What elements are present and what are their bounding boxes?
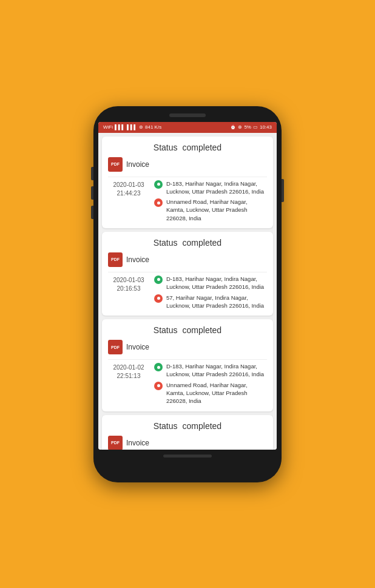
signal-bars: ▌▌▌ — [115, 124, 125, 130]
dropoff-dot-3 — [154, 382, 163, 390]
battery-level: 5% — [244, 124, 251, 130]
pickup-dot-2 — [154, 275, 163, 284]
ride-card-4[interactable]: Status completed PDF Invoice — [102, 415, 273, 450]
card-3-location-dropoff: Unnamed Road, Harihar Nagar, Kamta, Luck… — [154, 381, 267, 405]
card-3-invoice-row[interactable]: PDF Invoice — [108, 340, 267, 354]
card-3-status-label: Status — [154, 325, 178, 335]
phone-frame: WiFi ▌▌▌ ▌▌▌ ⊛ 841 K/s ⏰ ⊕ 5% ▭ 10:43 St… — [93, 106, 282, 482]
pickup-dot-3 — [154, 363, 163, 371]
wifi-icon: ⊛ — [139, 124, 143, 130]
card-3-dropoff-text: Unnamed Road, Harihar Nagar, Kamta, Luck… — [166, 381, 267, 405]
card-2-body: 2020-01-0320:16:53 D-183, Harihar Nagar,… — [108, 275, 267, 309]
card-2-status-value: completed — [183, 238, 222, 248]
card-1-body: 2020-01-0321:44:23 D-183, Harihar Nagar,… — [108, 180, 267, 222]
status-bar-right: ⏰ ⊕ 5% ▭ 10:43 — [230, 124, 272, 130]
card-3-invoice-label: Invoice — [126, 343, 149, 351]
card-3-pickup-text: D-183, Harihar Nagar, Indira Nagar, Luck… — [166, 362, 267, 379]
card-3-header: Status completed — [108, 325, 267, 335]
pdf-icon-3: PDF — [108, 340, 123, 354]
card-1-locations: D-183, Harihar Nagar, Indira Nagar, Luck… — [154, 180, 267, 222]
card-2-dropoff-text: 57, Harihar Nagar, Indira Nagar, Lucknow… — [166, 294, 267, 310]
card-2-header: Status completed — [108, 238, 267, 248]
network-icon: WiFi — [103, 124, 113, 130]
pdf-icon-1: PDF — [108, 157, 123, 172]
card-1-location-dropoff: Unnamed Road, Harihar Nagar, Kamta, Luck… — [154, 198, 267, 222]
power-button — [282, 179, 284, 202]
card-3-datetime: 2020-01-0222:51:13 — [108, 362, 149, 405]
ride-card-1[interactable]: Status completed PDF Invoice 2020-01-032… — [102, 137, 273, 228]
card-2-datetime: 2020-01-0320:16:53 — [108, 275, 149, 309]
card-2-location-pickup: D-183, Harihar Nagar, Indira Nagar, Luck… — [154, 275, 267, 291]
card-1-divider — [108, 177, 267, 177]
card-4-status-value: completed — [183, 421, 222, 431]
pickup-dot-1 — [154, 180, 163, 189]
pdf-icon-2: PDF — [108, 252, 123, 267]
card-1-dropoff-text: Unnamed Road, Harihar Nagar, Kamta, Luck… — [166, 198, 267, 222]
card-1-datetime: 2020-01-0321:44:23 — [108, 180, 149, 222]
card-1-invoice-label: Invoice — [126, 160, 149, 169]
card-1-location-pickup: D-183, Harihar Nagar, Indira Nagar, Luck… — [154, 180, 267, 196]
card-3-locations: D-183, Harihar Nagar, Indira Nagar, Luck… — [154, 362, 267, 405]
home-bar[interactable] — [163, 455, 212, 458]
card-1-pickup-text: D-183, Harihar Nagar, Indira Nagar, Luck… — [166, 180, 267, 196]
card-3-body: 2020-01-0222:51:13 D-183, Harihar Nagar,… — [108, 362, 267, 405]
card-4-status-label: Status — [154, 421, 178, 431]
card-2-location-dropoff: 57, Harihar Nagar, Indira Nagar, Lucknow… — [154, 294, 267, 310]
pdf-icon-4: PDF — [108, 436, 123, 450]
dropoff-dot-1 — [154, 198, 163, 207]
card-2-locations: D-183, Harihar Nagar, Indira Nagar, Luck… — [154, 275, 267, 309]
card-2-invoice-row[interactable]: PDF Invoice — [108, 252, 267, 267]
card-1-status-label: Status — [154, 143, 178, 152]
dropoff-dot-2 — [154, 294, 163, 303]
card-3-divider — [108, 359, 267, 360]
location-icon: ⊕ — [238, 124, 242, 130]
status-bar: WiFi ▌▌▌ ▌▌▌ ⊛ 841 K/s ⏰ ⊕ 5% ▭ 10:43 — [98, 122, 277, 133]
speaker — [169, 113, 206, 117]
card-2-pickup-text: D-183, Harihar Nagar, Indira Nagar, Luck… — [166, 275, 267, 291]
card-4-header: Status completed — [108, 421, 267, 431]
ride-card-2[interactable]: Status completed PDF Invoice 2020-01-032… — [102, 232, 273, 316]
card-2-divider — [108, 272, 267, 272]
card-1-status-value: completed — [183, 143, 222, 152]
alarm-icon: ⏰ — [230, 124, 236, 130]
phone-screen: WiFi ▌▌▌ ▌▌▌ ⊛ 841 K/s ⏰ ⊕ 5% ▭ 10:43 St… — [98, 122, 277, 450]
screen-content[interactable]: Status completed PDF Invoice 2020-01-032… — [98, 133, 277, 450]
battery-icon: ▭ — [253, 124, 258, 130]
time-display: 10:43 — [260, 124, 272, 130]
card-4-invoice-label: Invoice — [126, 439, 149, 447]
volume-buttons — [91, 167, 93, 219]
card-1-invoice-row[interactable]: PDF Invoice — [108, 157, 267, 172]
signal-bars-2: ▌▌▌ — [127, 124, 137, 130]
card-3-status-value: completed — [183, 325, 222, 335]
ride-card-3[interactable]: Status completed PDF Invoice 2020-01-022… — [102, 319, 273, 411]
speed-indicator: 841 K/s — [145, 124, 161, 130]
card-2-status-label: Status — [154, 238, 178, 248]
card-3-location-pickup: D-183, Harihar Nagar, Indira Nagar, Luck… — [154, 362, 267, 379]
card-4-invoice-row[interactable]: PDF Invoice — [108, 436, 267, 450]
status-bar-left: WiFi ▌▌▌ ▌▌▌ ⊛ 841 K/s — [103, 124, 161, 130]
card-2-invoice-label: Invoice — [126, 255, 149, 264]
card-1-header: Status completed — [108, 143, 267, 152]
